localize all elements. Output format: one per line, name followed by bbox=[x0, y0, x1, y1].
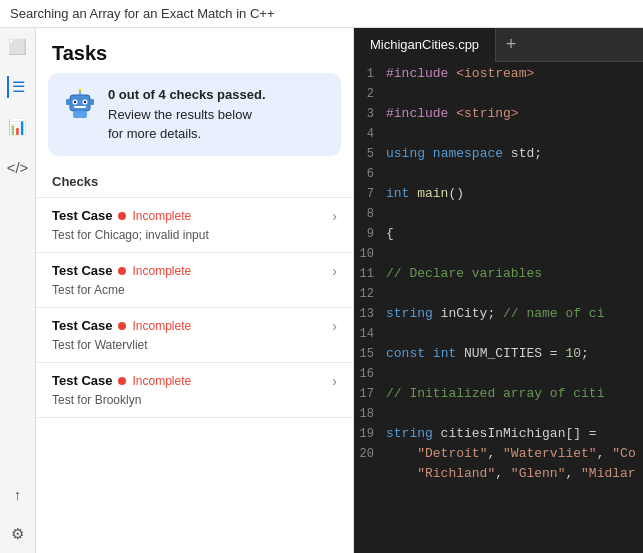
code-line: 10 bbox=[354, 246, 643, 266]
code-line: 2 bbox=[354, 86, 643, 106]
test-case-title-row: Test Case Incomplete bbox=[52, 318, 191, 333]
code-line: 12 bbox=[354, 286, 643, 306]
status-text: Incomplete bbox=[132, 374, 191, 388]
code-line: 7 int main() bbox=[354, 186, 643, 206]
test-case-label: Test Case bbox=[52, 318, 112, 333]
test-case-subtitle: Test for Watervliet bbox=[52, 338, 337, 352]
test-case-header: Test Case Incomplete › bbox=[52, 263, 337, 279]
main-area: ⬜ ☰ 📊 </> ↑ ⚙ Tasks bbox=[0, 28, 643, 553]
code-line: 20 "Detroit", "Watervliet", "Co bbox=[354, 446, 643, 466]
code-line: 1 #include <iostream> bbox=[354, 66, 643, 86]
test-case-subtitle: Test for Chicago; invalid input bbox=[52, 228, 337, 242]
page-icon: ⬜ bbox=[8, 38, 27, 56]
code-line: 9 { bbox=[354, 226, 643, 246]
test-case-item[interactable]: Test Case Incomplete › Test for Brooklyn bbox=[36, 362, 353, 418]
code-line: 6 bbox=[354, 166, 643, 186]
svg-rect-5 bbox=[74, 106, 86, 108]
test-case-item[interactable]: Test Case Incomplete › Test for Chicago;… bbox=[36, 197, 353, 252]
svg-rect-9 bbox=[90, 99, 94, 105]
test-case-label: Test Case bbox=[52, 263, 112, 278]
icon-sidebar: ⬜ ☰ 📊 </> ↑ ⚙ bbox=[0, 28, 36, 553]
top-bar: Searching an Array for an Exact Match in… bbox=[0, 0, 643, 28]
chart-icon: 📊 bbox=[8, 118, 27, 136]
test-case-label: Test Case bbox=[52, 373, 112, 388]
status-text: Incomplete bbox=[132, 319, 191, 333]
sidebar-icon-list[interactable]: ☰ bbox=[7, 76, 29, 98]
sidebar-icon-settings[interactable]: ⚙ bbox=[7, 523, 29, 545]
sidebar-icon-page[interactable]: ⬜ bbox=[7, 36, 29, 58]
code-line: 11 // Declare variables bbox=[354, 266, 643, 286]
sidebar-icon-chart[interactable]: 📊 bbox=[7, 116, 29, 138]
status-dot bbox=[118, 212, 126, 220]
test-case-title-row: Test Case Incomplete bbox=[52, 263, 191, 278]
test-cases-list: Test Case Incomplete › Test for Chicago;… bbox=[36, 197, 353, 418]
code-line: 17 // Initialized array of citi bbox=[354, 386, 643, 406]
tasks-panel: Tasks bbox=[36, 28, 354, 553]
test-case-header: Test Case Incomplete › bbox=[52, 318, 337, 334]
code-line: "Richland", "Glenn", "Midlar bbox=[354, 466, 643, 486]
chevron-right-icon: › bbox=[332, 208, 337, 224]
status-text: Incomplete bbox=[132, 209, 191, 223]
code-tab-michigan[interactable]: MichiganCities.cpp bbox=[354, 28, 496, 62]
test-case-title-row: Test Case Incomplete bbox=[52, 373, 191, 388]
chevron-right-icon: › bbox=[332, 318, 337, 334]
bot-message-text: 0 out of 4 checks passed. Review the res… bbox=[108, 85, 266, 144]
bot-avatar bbox=[62, 85, 98, 121]
test-case-header: Test Case Incomplete › bbox=[52, 373, 337, 389]
test-case-subtitle: Test for Acme bbox=[52, 283, 337, 297]
status-text: Incomplete bbox=[132, 264, 191, 278]
code-line: 3 #include <string> bbox=[354, 106, 643, 126]
svg-point-4 bbox=[84, 101, 86, 103]
tasks-header: Tasks bbox=[36, 28, 353, 73]
svg-rect-10 bbox=[73, 111, 87, 118]
code-line: 4 bbox=[354, 126, 643, 146]
code-content[interactable]: 1 #include <iostream> 2 3 #include <stri… bbox=[354, 62, 643, 553]
svg-point-3 bbox=[74, 101, 76, 103]
bot-message-box: 0 out of 4 checks passed. Review the res… bbox=[48, 73, 341, 156]
sidebar-icon-share[interactable]: ↑ bbox=[7, 483, 29, 505]
checks-passed-text: 0 out of 4 checks passed. bbox=[108, 87, 266, 102]
test-case-subtitle: Test for Brooklyn bbox=[52, 393, 337, 407]
chevron-right-icon: › bbox=[332, 373, 337, 389]
test-case-title-row: Test Case Incomplete bbox=[52, 208, 191, 223]
add-tab-button[interactable]: + bbox=[496, 28, 526, 62]
code-icon: </> bbox=[7, 159, 29, 176]
code-line: 16 bbox=[354, 366, 643, 386]
status-dot bbox=[118, 322, 126, 330]
code-tabs: MichiganCities.cpp + bbox=[354, 28, 643, 62]
test-case-label: Test Case bbox=[52, 208, 112, 223]
code-line: 13 string inCity; // name of ci bbox=[354, 306, 643, 326]
svg-point-7 bbox=[79, 89, 82, 92]
share-icon: ↑ bbox=[14, 486, 22, 503]
code-line: 5 using namespace std; bbox=[354, 146, 643, 166]
checks-label: Checks bbox=[36, 168, 353, 197]
settings-icon: ⚙ bbox=[11, 525, 24, 543]
code-line: 8 bbox=[354, 206, 643, 226]
page-title: Searching an Array for an Exact Match in… bbox=[10, 6, 274, 21]
list-icon: ☰ bbox=[12, 78, 25, 96]
code-line: 14 bbox=[354, 326, 643, 346]
test-case-item[interactable]: Test Case Incomplete › Test for Watervli… bbox=[36, 307, 353, 362]
code-line: 18 bbox=[354, 406, 643, 426]
test-case-item[interactable]: Test Case Incomplete › Test for Acme bbox=[36, 252, 353, 307]
status-dot bbox=[118, 267, 126, 275]
chevron-right-icon: › bbox=[332, 263, 337, 279]
test-case-header: Test Case Incomplete › bbox=[52, 208, 337, 224]
code-editor: MichiganCities.cpp + 1 #include <iostrea… bbox=[354, 28, 643, 553]
code-line: 15 const int NUM_CITIES = 10; bbox=[354, 346, 643, 366]
svg-rect-8 bbox=[66, 99, 70, 105]
sidebar-icon-code[interactable]: </> bbox=[7, 156, 29, 178]
status-dot bbox=[118, 377, 126, 385]
code-line: 19 string citiesInMichigan[] = bbox=[354, 426, 643, 446]
